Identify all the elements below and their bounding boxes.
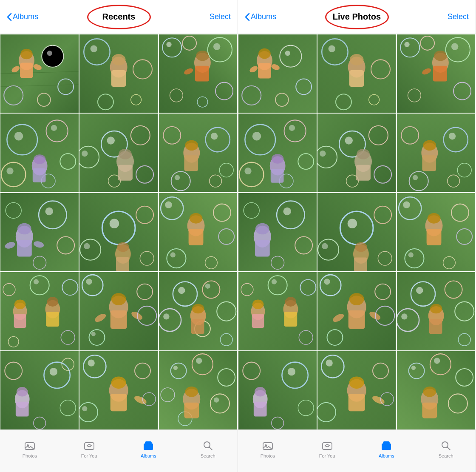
photo-cell[interactable] xyxy=(238,34,317,113)
svg-point-174 xyxy=(185,387,198,397)
grid-row xyxy=(0,351,238,429)
svg-point-119 xyxy=(111,293,126,305)
svg-point-85 xyxy=(110,219,119,228)
svg-point-230 xyxy=(451,43,458,50)
left-back-label: Albums xyxy=(13,12,38,21)
svg-point-133 xyxy=(205,284,210,289)
left-select-button[interactable]: Select xyxy=(210,12,231,21)
photo-cell[interactable] xyxy=(0,193,79,272)
svg-rect-331 xyxy=(238,351,317,429)
tab-photos-left[interactable]: Photos xyxy=(13,440,47,458)
grid-row xyxy=(0,193,238,272)
svg-rect-6 xyxy=(20,63,33,78)
grid-row xyxy=(238,193,476,272)
photo-cell[interactable] xyxy=(317,272,396,351)
svg-point-336 xyxy=(288,368,295,375)
right-back-label: Albums xyxy=(251,12,276,21)
svg-point-352 xyxy=(423,387,436,397)
search-icon-left xyxy=(202,440,214,452)
svg-rect-224 xyxy=(433,66,447,82)
svg-point-144 xyxy=(17,387,28,397)
svg-point-11 xyxy=(47,51,52,56)
svg-point-281 xyxy=(322,243,328,249)
photo-cell[interactable] xyxy=(317,34,396,113)
foryou-label-right: For You xyxy=(319,453,335,458)
photos-icon xyxy=(24,440,36,452)
photo-cell[interactable] xyxy=(159,193,238,272)
svg-rect-270 xyxy=(255,240,270,256)
photo-cell[interactable] xyxy=(238,272,317,351)
photo-cell[interactable] xyxy=(159,113,238,192)
left-title: Recents xyxy=(102,12,136,22)
svg-point-59 xyxy=(119,149,132,159)
grid-row xyxy=(238,272,476,351)
svg-rect-1 xyxy=(0,34,79,113)
svg-rect-334 xyxy=(254,402,267,417)
tab-search-left[interactable]: Search xyxy=(191,440,225,458)
svg-rect-204 xyxy=(258,63,271,79)
svg-point-254 xyxy=(357,149,370,159)
tab-albums-left[interactable]: Albums xyxy=(131,440,165,458)
svg-rect-197 xyxy=(145,445,148,447)
svg-line-383 xyxy=(448,447,450,450)
photo-cell[interactable] xyxy=(0,34,79,113)
tab-photos-right[interactable]: Photos xyxy=(251,440,285,458)
right-back-button[interactable]: Albums xyxy=(245,12,276,21)
svg-point-265 xyxy=(413,175,418,180)
photo-cell[interactable] xyxy=(317,351,396,429)
svg-rect-289 xyxy=(426,229,441,245)
photo-cell[interactable] xyxy=(79,113,158,192)
svg-point-167 xyxy=(196,358,202,364)
svg-point-250 xyxy=(320,151,326,156)
photo-cell[interactable] xyxy=(79,272,158,351)
svg-point-223 xyxy=(434,51,447,61)
photo-cell[interactable] xyxy=(159,272,238,351)
svg-point-171 xyxy=(214,398,219,403)
tab-foryou-left[interactable]: For You xyxy=(72,440,106,458)
svg-rect-96 xyxy=(188,229,203,245)
tab-foryou-right[interactable]: For You xyxy=(310,440,344,458)
svg-rect-201 xyxy=(238,34,317,113)
svg-point-158 xyxy=(88,360,95,367)
photo-cell[interactable] xyxy=(238,193,317,272)
photo-cell[interactable] xyxy=(79,34,158,113)
svg-point-10 xyxy=(42,46,63,67)
photo-cell[interactable] xyxy=(238,113,317,192)
svg-point-136 xyxy=(163,313,169,319)
photo-cell[interactable] xyxy=(159,351,238,429)
foryou-label-left: For You xyxy=(81,453,97,458)
svg-rect-19 xyxy=(111,70,126,87)
photo-cell[interactable] xyxy=(317,193,396,272)
svg-point-227 xyxy=(404,42,409,47)
svg-point-208 xyxy=(285,51,290,56)
svg-point-247 xyxy=(345,137,353,145)
svg-rect-255 xyxy=(356,165,371,181)
svg-point-322 xyxy=(430,304,442,314)
photo-cell[interactable] xyxy=(0,113,79,192)
photo-cell[interactable] xyxy=(317,113,396,192)
svg-point-329 xyxy=(401,313,407,319)
tab-albums-right[interactable]: Albums xyxy=(369,440,403,458)
right-select-button[interactable]: Select xyxy=(448,12,469,21)
photo-cell[interactable] xyxy=(397,351,476,429)
photo-cell[interactable] xyxy=(397,34,476,113)
photo-cell[interactable] xyxy=(79,193,158,272)
photo-cell[interactable] xyxy=(397,272,476,351)
photo-cell[interactable] xyxy=(0,272,79,351)
tab-search-right[interactable]: Search xyxy=(429,440,463,458)
photo-cell[interactable] xyxy=(397,113,476,192)
svg-rect-381 xyxy=(387,445,390,447)
svg-point-42 xyxy=(51,125,57,131)
photo-cell[interactable] xyxy=(79,351,158,429)
left-panel: Albums Recents Select xyxy=(0,0,238,472)
photo-cell[interactable] xyxy=(397,193,476,272)
grid-row xyxy=(238,351,476,429)
grid-row xyxy=(0,113,238,192)
photo-cell[interactable] xyxy=(238,351,317,429)
search-label-left: Search xyxy=(201,453,215,458)
right-header: Albums Live Photos Select xyxy=(238,0,476,34)
photo-cell[interactable] xyxy=(159,34,238,113)
photo-cell[interactable] xyxy=(0,351,79,429)
left-back-button[interactable]: Albums xyxy=(7,12,38,21)
svg-point-140 xyxy=(192,304,204,314)
